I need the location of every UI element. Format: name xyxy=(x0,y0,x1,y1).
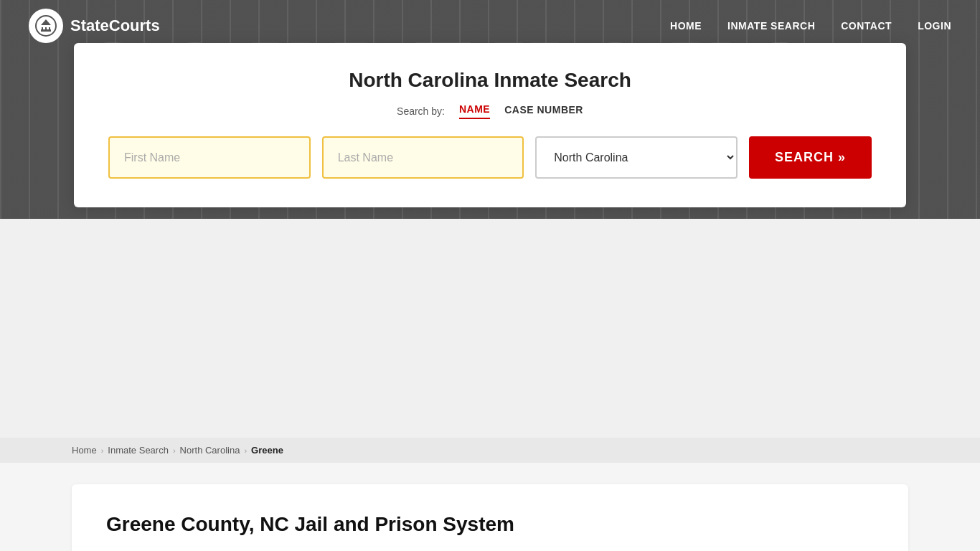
svg-rect-3 xyxy=(45,27,47,30)
breadcrumb-sep-1: › xyxy=(101,446,104,455)
nav-links: HOME INMATE SEARCH CONTACT LOGIN xyxy=(670,20,951,32)
nav-inmate-search[interactable]: INMATE SEARCH xyxy=(727,20,815,32)
logo-text: StateCourts xyxy=(70,17,160,35)
breadcrumb: Home › Inmate Search › North Carolina › … xyxy=(0,438,980,463)
content-card: Greene County, NC Jail and Prison System… xyxy=(72,484,908,551)
tab-case-number[interactable]: CASE NUMBER xyxy=(504,104,583,118)
header: COURTHOUSE StateCourts HOME INMATE SEARC… xyxy=(0,0,980,219)
breadcrumb-sep-2: › xyxy=(173,446,176,455)
breadcrumb-sep-3: › xyxy=(244,446,247,455)
county-title: Greene County, NC Jail and Prison System xyxy=(106,513,874,536)
breadcrumb-state[interactable]: North Carolina xyxy=(180,445,240,456)
nav-login[interactable]: LOGIN xyxy=(918,20,951,32)
svg-point-0 xyxy=(36,16,56,36)
breadcrumb-current: Greene xyxy=(251,445,283,456)
search-inputs-row: North Carolina Alabama Alaska Arizona Ca… xyxy=(108,136,872,179)
site-logo[interactable]: StateCourts xyxy=(29,9,160,43)
main-content: Greene County, NC Jail and Prison System… xyxy=(0,463,980,551)
breadcrumb-home[interactable]: Home xyxy=(72,445,97,456)
svg-rect-2 xyxy=(42,27,43,30)
search-by-row: Search by: NAME CASE NUMBER xyxy=(108,103,872,119)
last-name-input[interactable] xyxy=(322,136,524,179)
breadcrumb-inmate-search[interactable]: Inmate Search xyxy=(108,445,169,456)
search-button[interactable]: SEARCH » xyxy=(749,136,872,179)
svg-rect-4 xyxy=(49,27,50,30)
first-name-input[interactable] xyxy=(108,136,311,179)
search-by-label: Search by: xyxy=(397,105,445,117)
state-select[interactable]: North Carolina Alabama Alaska Arizona Ca… xyxy=(535,136,738,179)
search-card-title: North Carolina Inmate Search xyxy=(108,69,872,92)
nav-home[interactable]: HOME xyxy=(670,20,702,32)
nav-contact[interactable]: CONTACT xyxy=(841,20,892,32)
search-card: North Carolina Inmate Search Search by: … xyxy=(74,43,906,207)
tab-name[interactable]: NAME xyxy=(459,103,490,119)
logo-icon xyxy=(29,9,63,43)
